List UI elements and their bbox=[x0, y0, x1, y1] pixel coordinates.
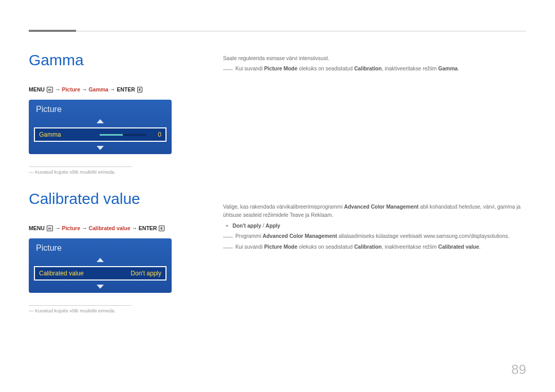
arrow: → bbox=[80, 86, 88, 92]
enter-label: ENTER bbox=[117, 86, 135, 92]
breadcrumb-picture: Picture bbox=[62, 225, 80, 231]
divider bbox=[29, 305, 132, 306]
divider bbox=[29, 166, 132, 167]
gamma-slider[interactable] bbox=[100, 134, 146, 136]
calibrated-caption: ― Kuvatud kujutis võib mudeliti erineda. bbox=[29, 308, 202, 313]
calibrated-description: Valige, kas rakendada värvikalibreerimis… bbox=[223, 203, 526, 251]
t: allalaadimiseks külastage veebisaiti www… bbox=[337, 233, 509, 239]
calibrated-title: Calibrated value bbox=[29, 190, 202, 208]
arrow: → bbox=[131, 225, 139, 231]
caption-text: Kuvatud kujutis võib mudeliti erineda. bbox=[35, 308, 116, 313]
chevron-up-icon[interactable] bbox=[29, 257, 172, 264]
calibrated-note2: ― Kui suvandi Picture Mode olekuks on se… bbox=[223, 243, 526, 251]
calibrated-section: Calibrated value MENU m → Picture → Cali… bbox=[29, 190, 202, 313]
osd-panel-title: Picture bbox=[29, 238, 172, 257]
t: / bbox=[261, 223, 266, 229]
osd-item-value: Don't apply bbox=[131, 270, 161, 277]
enter-label: ENTER bbox=[139, 225, 157, 231]
t: Calibrated value bbox=[438, 244, 479, 250]
gamma-desc-line1: Saate reguleerida esmase värvi intensiiv… bbox=[223, 54, 526, 63]
top-rule bbox=[29, 31, 526, 31]
breadcrumb-picture: Picture bbox=[62, 86, 80, 92]
gamma-menu-path: MENU m → Picture → Gamma → ENTER E bbox=[29, 86, 202, 92]
breadcrumb-calibrated: Calibrated value bbox=[88, 225, 130, 231]
calibrated-desc-line1: Valige, kas rakendada värvikalibreerimis… bbox=[223, 203, 526, 220]
gamma-title: Gamma bbox=[29, 51, 202, 69]
t: Advanced Color Management bbox=[344, 204, 419, 210]
t: , inaktiveeritakse režiim bbox=[382, 66, 438, 71]
calibrated-note1: ― Programmi Advanced Color Management al… bbox=[223, 232, 526, 240]
t: Kui suvandi bbox=[235, 66, 264, 71]
t: . bbox=[458, 66, 459, 71]
caption-text: Kuvatud kujutis võib mudeliti erineda. bbox=[35, 169, 116, 175]
option-dont-apply: Don't apply bbox=[232, 223, 261, 229]
gamma-desc-line2: ― Kui suvandi Picture Mode olekuks on se… bbox=[223, 65, 526, 73]
enter-icon: E bbox=[159, 226, 164, 231]
gamma-caption: ― Kuvatud kujutis võib mudeliti erineda. bbox=[29, 169, 202, 175]
arrow: → bbox=[55, 86, 62, 92]
t: Programmi bbox=[235, 233, 263, 239]
top-rule-accent bbox=[29, 30, 76, 32]
t: . bbox=[479, 244, 480, 250]
menu-label: MENU bbox=[29, 86, 45, 92]
osd-item-value: 0 bbox=[150, 131, 161, 138]
enter-icon: E bbox=[137, 87, 143, 92]
t: Valige, kas rakendada värvikalibreerimis… bbox=[223, 204, 344, 210]
t: olekuks on seadistatud bbox=[298, 244, 354, 250]
t: , inaktiveeritakse režiim bbox=[382, 244, 438, 250]
t: Calibration bbox=[354, 244, 382, 250]
chevron-down-icon[interactable] bbox=[29, 283, 172, 290]
calibrated-osd-panel: Picture Calibrated value Don't apply bbox=[29, 238, 172, 293]
chevron-up-icon[interactable] bbox=[29, 118, 172, 125]
caption-prefix: ― bbox=[29, 308, 35, 313]
gamma-osd-panel: Picture Gamma 0 bbox=[29, 100, 172, 154]
calibrated-options: Don't apply / Apply bbox=[223, 222, 526, 230]
osd-panel-title: Picture bbox=[29, 100, 172, 118]
dash-icon: ― bbox=[223, 63, 234, 74]
t: olekuks on seadistatud bbox=[298, 66, 354, 71]
arrow: → bbox=[80, 225, 88, 231]
menu-icon: m bbox=[47, 226, 53, 231]
calibrated-menu-path: MENU m → Picture → Calibrated value → EN… bbox=[29, 225, 202, 231]
calibrated-osd-row[interactable]: Calibrated value Don't apply bbox=[34, 266, 166, 281]
osd-item-label: Gamma bbox=[39, 131, 96, 138]
chevron-down-icon[interactable] bbox=[29, 144, 172, 151]
dash-icon: ― bbox=[223, 241, 234, 252]
breadcrumb-gamma: Gamma bbox=[88, 86, 108, 92]
slider-fill bbox=[100, 134, 123, 136]
t: Gamma bbox=[438, 66, 458, 71]
menu-label: MENU bbox=[29, 225, 45, 231]
t: Kui suvandi bbox=[235, 244, 264, 250]
page-number: 89 bbox=[511, 362, 526, 378]
menu-icon: m bbox=[47, 87, 53, 92]
arrow: → bbox=[108, 86, 117, 92]
option-apply: Apply bbox=[266, 223, 281, 229]
t: Advanced Color Management bbox=[263, 233, 337, 239]
gamma-description: Saate reguleerida esmase värvi intensiiv… bbox=[223, 54, 526, 73]
t: Picture Mode bbox=[264, 244, 298, 250]
gamma-section: Gamma MENU m → Picture → Gamma → ENTER E… bbox=[29, 51, 202, 175]
gamma-osd-row[interactable]: Gamma 0 bbox=[34, 127, 166, 142]
dash-icon: ― bbox=[223, 231, 234, 241]
t: Calibration bbox=[354, 66, 382, 71]
caption-prefix: ― bbox=[29, 169, 35, 175]
arrow: → bbox=[55, 225, 62, 231]
t: Picture Mode bbox=[264, 66, 298, 71]
osd-item-label: Calibrated value bbox=[39, 270, 96, 277]
